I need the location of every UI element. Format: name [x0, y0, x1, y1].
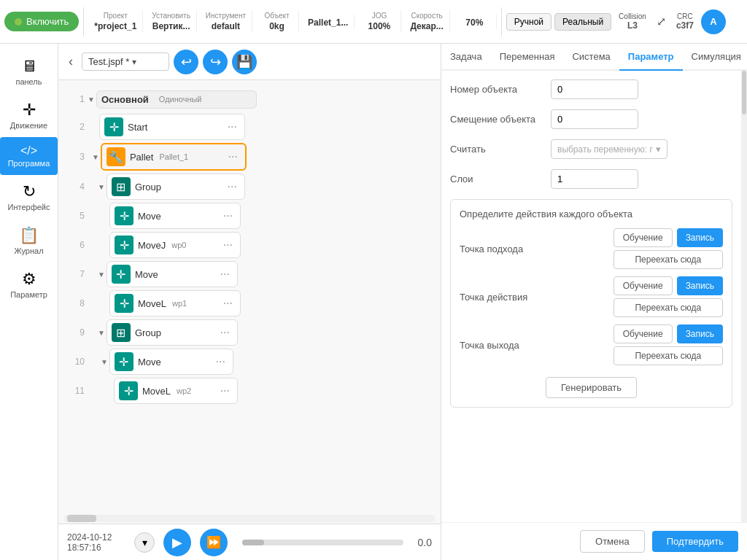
more-icon[interactable]: ···: [220, 326, 230, 339]
tab-task[interactable]: Задача: [441, 44, 491, 71]
more-icon[interactable]: ···: [228, 180, 237, 193]
exit-goto-button[interactable]: Переехать сюда: [614, 346, 723, 365]
object-number-input[interactable]: [551, 79, 638, 99]
tab-variable[interactable]: Переменная: [491, 44, 564, 71]
pallet-block[interactable]: 🔧 Pallet Pallet_1 ···: [101, 143, 247, 171]
program-toolbar: ‹ Test.jspf * ▾ ↩ ↪ 💾: [58, 44, 441, 80]
collapse-icon[interactable]: ▼: [98, 183, 105, 191]
row-num: 1: [64, 94, 85, 104]
avatar[interactable]: A: [701, 9, 726, 34]
main-block[interactable]: Основной Одиночный: [96, 90, 257, 109]
move-block[interactable]: ✛ Move ···: [109, 203, 241, 229]
more-icon[interactable]: ···: [220, 384, 230, 397]
generate-button[interactable]: Генерировать: [546, 377, 637, 398]
enable-button[interactable]: Включить: [4, 12, 79, 31]
real-button[interactable]: Реальный: [554, 13, 611, 31]
install-group: Установить Вертик...: [146, 10, 197, 33]
row-num: 10: [64, 357, 85, 367]
approach-record-button[interactable]: Запись: [677, 228, 723, 247]
start-block[interactable]: ✛ Start ···: [99, 114, 245, 140]
row-num: 3: [64, 152, 85, 162]
collapse-icon[interactable]: ▼: [92, 153, 99, 161]
caret-icon: ▾: [132, 57, 136, 67]
movel1-block[interactable]: ✛ MoveL wp1 ···: [109, 290, 241, 316]
horizontal-scrollbar[interactable]: [64, 515, 435, 522]
sidebar: 🖥 панель ✛ Движение </> Программа ↻ Инте…: [0, 44, 58, 560]
main-sub: Одиночный: [159, 95, 202, 104]
fastforward-button[interactable]: ⏩: [200, 529, 228, 556]
sidebar-item-interface[interactable]: ↻ Интерфейс: [0, 175, 58, 219]
scroll-down-button[interactable]: ▾: [134, 532, 155, 553]
more-icon[interactable]: ···: [228, 120, 237, 133]
main-label: Основной: [101, 94, 149, 105]
confirm-button[interactable]: Подтвердить: [652, 531, 738, 552]
expand-icon[interactable]: ⤢: [654, 13, 669, 30]
collapse-icon[interactable]: ▼: [88, 96, 95, 104]
table-row: 8 ✛ MoveL wp1 ···: [64, 289, 438, 318]
group2-block[interactable]: ⊞ Group ···: [107, 319, 238, 346]
move3-block[interactable]: ✛ Move ···: [109, 349, 233, 375]
save-button[interactable]: 💾: [232, 50, 257, 74]
layers-input[interactable]: [551, 169, 638, 189]
progress-track: [242, 540, 403, 545]
movel2-block[interactable]: ✛ MoveL wp2 ···: [114, 378, 238, 404]
more-icon[interactable]: ···: [228, 150, 238, 163]
right-scrollbar[interactable]: [741, 71, 747, 522]
sidebar-label-panel: панель: [15, 77, 42, 86]
cancel-button[interactable]: Отмена: [580, 530, 645, 553]
exit-learn-button[interactable]: Обучение: [614, 324, 673, 343]
row-num: 8: [64, 298, 85, 308]
project-group: Проект *project_1: [88, 10, 143, 33]
movel2-icon: ✛: [119, 381, 138, 400]
group-block[interactable]: ⊞ Group ···: [107, 174, 245, 200]
speed-group: Скорость Декар...: [404, 10, 449, 33]
count-caret: ▾: [656, 144, 661, 155]
action-goto-button[interactable]: Переехать сюда: [614, 298, 723, 317]
action-row: Точка действия Обучение Запись Переехать…: [460, 276, 723, 317]
sidebar-item-panel[interactable]: 🖥 панель: [0, 50, 58, 93]
file-selector[interactable]: Test.jspf * ▾: [82, 52, 169, 71]
tab-param[interactable]: Параметр: [619, 44, 683, 71]
action-learn-button[interactable]: Обучение: [614, 276, 673, 295]
play-button[interactable]: ▶: [163, 529, 191, 556]
move2-block[interactable]: ✛ Move ···: [107, 261, 238, 287]
exit-record-button[interactable]: Запись: [677, 324, 723, 343]
object2-group: Pallet_1...: [302, 15, 355, 29]
collapse-icon[interactable]: ▼: [98, 329, 105, 337]
collapse-icon[interactable]: ▼: [101, 358, 108, 366]
back-button[interactable]: ‹: [64, 52, 77, 71]
tab-system[interactable]: Система: [563, 44, 619, 71]
sidebar-item-param[interactable]: ⚙ Параметр: [0, 262, 58, 306]
table-row: 4 ▼ ⊞ Group ···: [64, 172, 438, 201]
sidebar-item-journal[interactable]: 📋 Журнал: [0, 219, 58, 262]
action-record-button[interactable]: Запись: [677, 276, 723, 295]
more-icon[interactable]: ···: [223, 209, 233, 222]
crc-label: CRC: [677, 12, 693, 20]
more-icon[interactable]: ···: [216, 355, 225, 368]
more-icon[interactable]: ···: [220, 268, 230, 281]
sidebar-item-motion[interactable]: ✛ Движение: [0, 93, 58, 137]
movej-sub: wp0: [171, 241, 186, 249]
scroll-thumb: [67, 515, 96, 522]
manual-button[interactable]: Ручной: [506, 13, 551, 31]
movel1-label: MoveL: [138, 298, 166, 309]
tab-simulation[interactable]: Симуляция: [683, 44, 747, 71]
sidebar-item-program[interactable]: </> Программа: [0, 137, 58, 175]
approach-learn-button[interactable]: Обучение: [614, 228, 673, 247]
movej-block[interactable]: ✛ MoveJ wp0 ···: [109, 232, 241, 258]
install-value: Вертик...: [152, 21, 190, 31]
collapse-icon[interactable]: ▼: [98, 271, 105, 279]
progress-thumb: [242, 540, 264, 545]
exit-label: Точка выхода: [460, 340, 525, 351]
right-footer: Отмена Подтвердить: [441, 522, 747, 560]
undo-button[interactable]: ↩: [174, 50, 198, 74]
more-icon[interactable]: ···: [223, 238, 233, 252]
object-offset-input[interactable]: [551, 109, 638, 129]
count-select[interactable]: выбрать переменную: г ▾: [551, 139, 667, 159]
approach-label: Точка подхода: [460, 244, 525, 254]
tool-label: Инструмент: [206, 12, 246, 20]
more-icon[interactable]: ···: [223, 297, 233, 310]
approach-goto-button[interactable]: Переехать сюда: [614, 250, 723, 269]
right-tabs: Задача Переменная Система Параметр Симул…: [441, 44, 747, 71]
redo-button[interactable]: ↪: [203, 50, 228, 74]
